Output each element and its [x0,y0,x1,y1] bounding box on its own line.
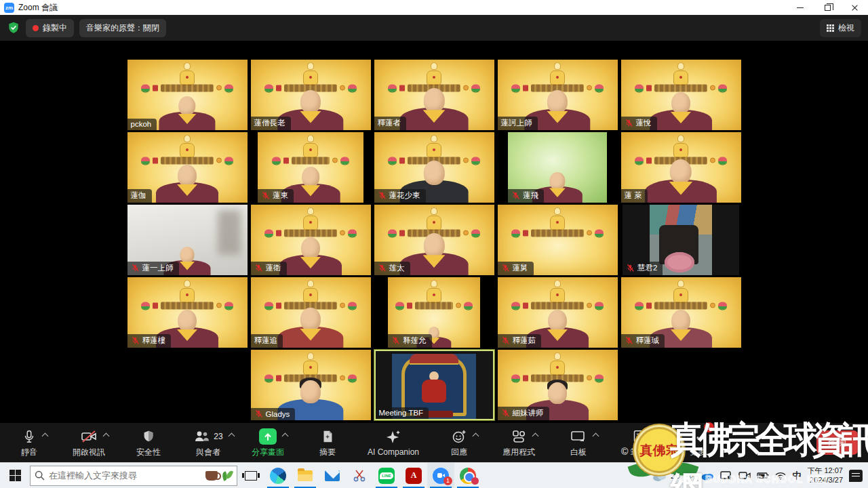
participant-tile[interactable]: 蓮伽 [127,132,248,203]
grid-row: pckoh蓮僧長老釋蓮者蓮訶上師蓮悅 [0,60,868,130]
task-view-button[interactable] [237,463,264,488]
participant-tile[interactable]: 蓮悅 [621,60,741,130]
taskbar-search[interactable] [30,466,237,486]
tray-camera-icon[interactable] [738,471,751,480]
windows-logo-icon [9,470,21,481]
security-button[interactable]: 安全性 [129,428,168,458]
participant-tile[interactable]: 蓮花少東 [374,132,494,203]
action-center-icon[interactable] [849,470,863,482]
meeting-info-shield-icon[interactable] [7,21,20,35]
edge-icon [270,468,286,484]
grid-slot: 蓮舅 [496,205,619,275]
grid-slot: 释莲允 [372,277,496,348]
leave-button[interactable]: 離開 [816,430,859,455]
summary-button[interactable]: 摘要 [308,428,347,458]
reactions-chevron-icon[interactable] [473,432,479,439]
share-screen-button[interactable]: 分享畫面 [248,428,288,458]
acrobat-icon: A [406,468,422,484]
taskbar-app-explorer[interactable] [292,463,319,488]
buddha-figure [550,62,565,85]
participant-tile[interactable]: 釋蓮茹 [498,277,618,348]
share-options-chevron-icon[interactable] [282,432,289,439]
participants-chevron-icon[interactable] [228,432,235,439]
participant-tile[interactable]: pckoh [127,60,248,130]
taskbar-app-line[interactable]: LINE [373,463,400,488]
ai-companion-label: AI Companion [368,447,419,457]
tray-battery-icon[interactable] [757,472,769,479]
participant-tile[interactable]: 慧君2 [623,205,739,275]
file-explorer-icon [298,470,313,481]
ime-indicator[interactable]: 中 [792,470,801,482]
whiteboard-button[interactable]: 白板 [559,428,598,458]
mute-options-chevron-icon[interactable] [42,432,49,439]
participant-tile[interactable]: Gladys [251,350,371,420]
notes-button[interactable]: 筆記 [618,428,658,458]
participant-tile[interactable]: Meeting TBF [374,350,494,420]
ai-sparkle-icon [384,429,402,445]
mute-label: 靜音 [21,447,37,458]
ai-companion-button[interactable]: AI Companion [368,428,419,457]
close-button[interactable] [841,0,868,15]
start-video-button[interactable]: 開啟視訊 [69,428,108,458]
apps-button[interactable]: 應用程式 [499,428,538,458]
tray-onedrive-icon[interactable] [701,471,714,481]
tray-wifi-icon[interactable] [775,472,786,480]
participant-tile[interactable]: 释莲允 [388,277,480,348]
participant-tile[interactable]: 釋蓮樓 [127,277,248,348]
summary-label: 摘要 [319,447,336,458]
buddha-figure [550,207,565,230]
participant-tile[interactable]: 釋蓮珹 [621,277,741,348]
grid-slot: Meeting TBF [372,350,496,420]
reactions-button[interactable]: 回應 [439,428,479,458]
plant-doodle-icon[interactable] [222,470,233,481]
teacup-doodle-icon[interactable] [205,471,218,481]
tray-mic-icon[interactable] [686,470,694,481]
more-button[interactable]: 1 更多 [678,428,717,458]
participant-tile[interactable]: 蓮 萊 [621,132,741,203]
participant-tile[interactable]: 蓮東 [258,132,363,203]
taskbar-app-snipping[interactable] [346,463,373,488]
participant-tile[interactable]: 蓮訶上師 [498,60,618,130]
taskbar-app-chrome[interactable] [454,463,481,488]
notes-chevron-icon[interactable] [651,432,658,439]
participant-tile[interactable]: 蓮舅 [498,205,618,275]
video-options-chevron-icon[interactable] [103,432,110,439]
taskbar-clock[interactable]: 下午 12:07 2024/3/27 [807,466,843,485]
apps-label: 應用程式 [502,447,535,458]
start-button[interactable] [0,463,30,488]
original-sound-label: 音樂家的原聲：關閉 [86,22,159,34]
taskbar-app-edge[interactable] [264,463,292,488]
muted-mic-icon [131,336,140,345]
participants-button[interactable]: 23 與會者 [189,428,228,458]
search-input[interactable] [49,470,171,481]
muted-mic-icon [511,191,520,200]
participant-tile[interactable]: 細妹讲师 [498,350,618,420]
taskbar-app-mail[interactable] [319,463,346,488]
participant-name: 蓮僧長老 [254,118,285,128]
participant-tile[interactable]: 蓮一上師 [127,205,248,275]
taskbar-app-acrobat[interactable]: A [400,463,427,488]
recording-indicator[interactable]: 錄製中 [26,19,74,37]
apps-chevron-icon[interactable] [532,432,539,439]
participant-nameplate: 釋蓮追 [251,334,283,348]
participant-tile[interactable]: 蓮衛 [251,205,371,275]
participant-tile[interactable]: 莲太 [374,205,494,275]
weather-widget[interactable]: 1 25 [652,470,680,482]
whiteboard-chevron-icon[interactable] [593,432,599,439]
tray-cast-icon[interactable] [720,471,732,481]
mute-button[interactable]: 靜音 [9,428,49,458]
participant-tile[interactable]: 蓮飛 [508,132,607,203]
participant-tile[interactable]: 釋蓮者 [374,60,494,130]
participant-name: 慧君2 [637,263,657,273]
participant-name: 釋蓮追 [254,336,278,346]
original-sound-toggle[interactable]: 音樂家的原聲：關閉 [79,19,166,37]
view-button[interactable]: 檢視 [820,19,861,37]
minimize-button[interactable] [787,0,814,15]
restore-button[interactable] [814,0,841,15]
muted-mic-icon [501,264,510,272]
taskbar-app-zoom[interactable]: 1 [427,463,454,488]
participant-tile[interactable]: 蓮僧長老 [251,60,371,130]
participant-nameplate: 蓮一上師 [127,262,179,275]
participant-name: Gladys [266,410,290,418]
participant-tile[interactable]: 釋蓮追 [251,277,371,348]
